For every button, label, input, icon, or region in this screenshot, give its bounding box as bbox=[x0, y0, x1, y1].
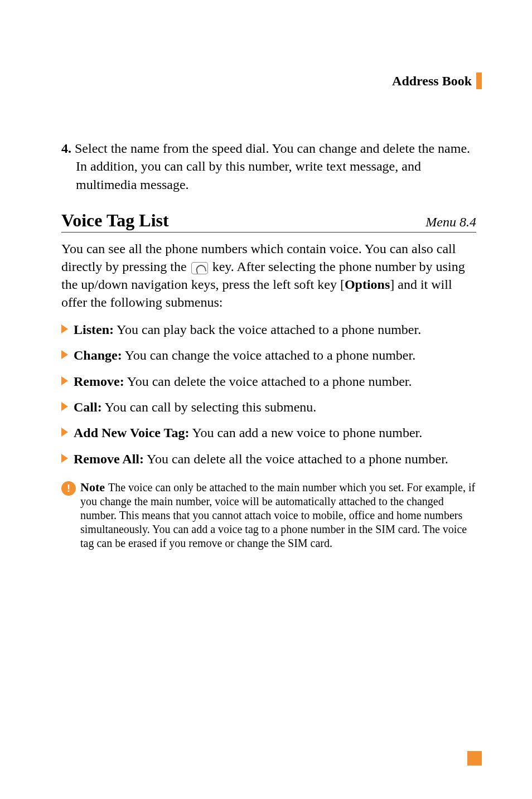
list-item: Remove: You can delete the voice attache… bbox=[61, 372, 476, 390]
note-content: NoteThe voice can only be attached to th… bbox=[80, 480, 476, 550]
bullet-icon bbox=[61, 428, 68, 437]
list-item: Remove All: You can delete all the voice… bbox=[61, 450, 476, 468]
list-item: Call: You can call by selecting this sub… bbox=[61, 398, 476, 416]
bullet-icon bbox=[61, 350, 68, 359]
step-4: 4. Select the name from the speed dial. … bbox=[61, 139, 476, 193]
header-title: Address Book bbox=[392, 74, 472, 89]
bullet-label: Add New Voice Tag: bbox=[74, 425, 189, 440]
bullet-icon bbox=[61, 454, 68, 463]
page-header: Address Book bbox=[392, 72, 482, 89]
section-intro: You can see all the phone numbers which … bbox=[61, 240, 476, 312]
page-corner-marker bbox=[467, 751, 482, 766]
page-content: 4. Select the name from the speed dial. … bbox=[61, 139, 476, 550]
note-label: Note bbox=[80, 480, 105, 494]
bullet-label: Listen: bbox=[74, 322, 114, 337]
bullet-icon bbox=[61, 376, 68, 385]
bullet-icon bbox=[61, 325, 68, 333]
step-text: Select the name from the speed dial. You… bbox=[71, 141, 470, 192]
manual-page: Address Book 4. Select the name from the… bbox=[0, 0, 532, 799]
options-label: Options bbox=[345, 277, 390, 292]
bullet-desc: You can add a new voice to phone number. bbox=[189, 425, 422, 440]
header-accent-marker bbox=[476, 72, 482, 89]
bullet-label: Remove All: bbox=[74, 452, 144, 466]
list-item: Change: You can change the voice attache… bbox=[61, 346, 476, 364]
bullet-label: Change: bbox=[74, 348, 122, 362]
list-item: Listen: You can play back the voice atta… bbox=[61, 321, 476, 338]
bullet-desc: You can change the voice attached to a p… bbox=[122, 348, 416, 362]
bullet-desc: You can delete all the voice attached to… bbox=[144, 452, 448, 466]
note-body: The voice can only be attached to the ma… bbox=[80, 481, 475, 549]
bullet-content: Remove: You can delete the voice attache… bbox=[74, 372, 412, 390]
bullet-icon bbox=[61, 402, 68, 411]
bullet-content: Change: You can change the voice attache… bbox=[74, 346, 415, 364]
bullet-content: Remove All: You can delete all the voice… bbox=[74, 450, 448, 468]
section-heading: Voice Tag List bbox=[61, 210, 169, 231]
step-number: 4. bbox=[61, 141, 71, 156]
bullet-desc: You can play back the voice attached to … bbox=[114, 322, 421, 337]
submenu-list: Listen: You can play back the voice atta… bbox=[61, 321, 476, 468]
section-heading-row: Voice Tag List Menu 8.4 bbox=[61, 210, 476, 233]
bullet-desc: You can delete the voice attached to a p… bbox=[124, 374, 412, 389]
note-block: ! NoteThe voice can only be attached to … bbox=[61, 480, 476, 550]
bullet-content: Listen: You can play back the voice atta… bbox=[74, 321, 421, 338]
list-item: Add New Voice Tag: You can add a new voi… bbox=[61, 424, 476, 442]
bullet-desc: You can call by selecting this submenu. bbox=[102, 400, 317, 414]
menu-reference: Menu 8.4 bbox=[425, 215, 476, 230]
send-key-icon bbox=[191, 262, 208, 274]
bullet-label: Remove: bbox=[74, 374, 124, 389]
bullet-content: Call: You can call by selecting this sub… bbox=[74, 398, 316, 416]
bullet-content: Add New Voice Tag: You can add a new voi… bbox=[74, 424, 422, 442]
alert-icon: ! bbox=[61, 481, 76, 496]
bullet-label: Call: bbox=[74, 400, 102, 414]
